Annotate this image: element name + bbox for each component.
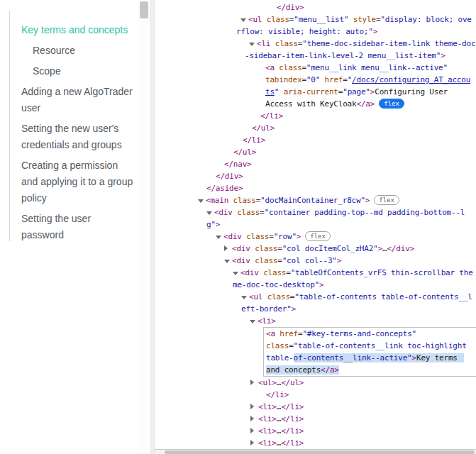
dom-tree-row[interactable]: </nav> — [155, 158, 476, 170]
tag-token: </ul> — [252, 123, 275, 133]
dom-tree-row[interactable]: g"> — [155, 218, 476, 231]
selected-element-box[interactable]: <a href="#key-terms-and-concepts"class="… — [263, 327, 476, 377]
dom-tree-row[interactable]: <ul class="menu__list" style="display: b… — [155, 13, 476, 26]
tag-token: <div — [240, 268, 259, 277]
dom-tree-row[interactable]: </div> — [155, 170, 476, 182]
tag-token: > — [319, 280, 323, 289]
attribute-name: class — [275, 63, 302, 72]
tag-token: > — [337, 256, 341, 265]
flex-badge[interactable]: flex — [379, 99, 404, 109]
tag-token: <li — [257, 39, 270, 48]
page-scrollbar-thumb[interactable] — [140, 1, 148, 18]
dom-tree-row[interactable]: <a href="#key-terms-and-concepts" — [264, 328, 476, 340]
tag-token: <ul> — [258, 378, 277, 387]
toc-item-1[interactable]: Resource — [21, 43, 135, 59]
dom-tree-row[interactable]: <li class="theme-doc-sidebar-item-link t… — [155, 38, 476, 50]
dom-tree-row[interactable]: eft-border"> — [155, 303, 476, 315]
collapse-arrow-icon[interactable] — [198, 194, 206, 206]
dom-tree-row[interactable]: </ul> — [155, 146, 476, 158]
dom-tree-row[interactable]: </div> — [155, 1, 476, 13]
attribute-value: eft-border" — [241, 304, 292, 314]
dom-tree-row[interactable]: me-doc-toc-desktop"> — [155, 279, 476, 291]
dom-tree-row[interactable]: Access with KeyCloak</a>flex — [155, 98, 476, 110]
tag-token: > — [373, 27, 377, 36]
attribute-value: "menu__link menu__link--active" — [306, 63, 448, 72]
tag-token: </li> — [243, 135, 265, 145]
dom-tree-row[interactable]: rflow: visible; height: auto;"> — [155, 26, 476, 38]
collapse-arrow-icon[interactable] — [224, 255, 232, 267]
dom-tree-row[interactable]: <div class="container padding-top--md pa… — [155, 206, 476, 218]
dom-tree-row[interactable]: <main class="docMainContainer_r8cw">flex — [155, 194, 476, 206]
dom-tree-row[interactable]: -sidebar-item-link-level-2 menu__list-it… — [155, 50, 476, 62]
toc-item-3[interactable]: Adding a new AlgoTrader user — [21, 84, 135, 116]
expand-arrow-icon[interactable] — [250, 377, 258, 389]
dom-tree-row[interactable]: <div class="col col--3"> — [155, 255, 476, 267]
toc-list: Key terms and conceptsResourceScopeAddin… — [21, 22, 135, 248]
dom-tree-row[interactable]: </li> — [155, 110, 476, 122]
devtools-hscroll-thumb[interactable] — [165, 450, 475, 454]
docs-toc-sidebar: Key terms and conceptsResourceScopeAddin… — [0, 0, 138, 454]
attribute-value: "menu__list" — [294, 15, 348, 24]
tag-token: > — [292, 304, 296, 314]
dom-tree-row[interactable]: <div class="tableOfContents_vrFS thin-sc… — [155, 267, 476, 279]
dom-tree-row[interactable]: <div class="col docItemCol_zHA2">…</div> — [155, 243, 476, 255]
collapse-arrow-icon[interactable] — [241, 291, 249, 303]
flex-badge[interactable]: flex — [374, 195, 399, 205]
collapse-arrow-icon[interactable] — [250, 315, 258, 327]
tag-token: <li> — [258, 402, 277, 411]
attribute-value: g" — [206, 220, 216, 229]
expand-arrow-icon[interactable] — [250, 425, 258, 437]
tag-token: <div — [232, 256, 250, 265]
tag-token: </li> — [266, 390, 289, 399]
dom-tree-row[interactable]: and concepts</a> — [264, 364, 476, 376]
dom-tree-row[interactable]: <li>…</li> — [155, 425, 476, 437]
toc-item-4[interactable]: Setting the new user's credentials and g… — [21, 121, 135, 153]
devtools-horizontal-scrollbar[interactable] — [155, 449, 476, 454]
tag-token: </li> — [281, 426, 304, 436]
dom-tree-row[interactable]: <div class="row">flex — [155, 231, 476, 243]
dom-tree-row[interactable]: <a class="menu__link menu__link--active" — [155, 62, 476, 74]
dom-tree-row[interactable]: table-of-contents__link--active">Key ter… — [264, 352, 476, 364]
expand-arrow-icon[interactable] — [250, 413, 258, 425]
tag-token: </li> — [281, 414, 304, 423]
dom-tree-row[interactable]: <li>…</li> — [155, 437, 476, 449]
dom-tree-row[interactable]: <ul>…</ul> — [155, 377, 476, 389]
tag-token: </div> — [387, 244, 414, 253]
dom-tree-row[interactable]: ts" aria-current="page">Configuring User — [155, 86, 476, 98]
dom-tree-row[interactable]: </li> — [155, 389, 476, 401]
toc-item-6[interactable]: Setting the user password — [21, 211, 135, 243]
tag-token: <a — [265, 63, 275, 72]
dom-tree-row[interactable]: <li>…</li> — [155, 401, 476, 413]
dom-tree-row[interactable]: </ul> — [155, 122, 476, 134]
expand-arrow-icon[interactable] — [250, 437, 258, 449]
toc-item-5[interactable]: Creating a permission and applying it to… — [21, 157, 135, 206]
collapse-arrow-icon[interactable] — [240, 13, 248, 26]
tag-token: <div — [232, 244, 250, 253]
tag-token: </a> — [356, 99, 375, 109]
collapse-arrow-icon[interactable] — [216, 231, 223, 243]
collapse-arrow-icon[interactable] — [233, 267, 240, 279]
collapse-arrow-icon[interactable] — [249, 38, 257, 50]
tag-token: <li> — [258, 414, 277, 423]
toc-item-0[interactable]: Key terms and concepts — [21, 22, 135, 38]
toc-item-2[interactable]: Scope — [21, 63, 135, 79]
dom-tree-row[interactable]: </aside> — [155, 182, 476, 194]
expand-arrow-icon[interactable] — [250, 401, 258, 413]
collapse-arrow-icon[interactable] — [206, 206, 214, 218]
dom-tree-row[interactable]: </li> — [155, 134, 476, 146]
dom-tree-row[interactable]: <li> — [155, 315, 476, 327]
text-node: Configuring User — [375, 87, 448, 96]
dom-tree-row[interactable]: class="table-of-contents__link toc-highl… — [264, 340, 476, 352]
flex-badge[interactable]: flex — [305, 231, 331, 241]
page-vertical-scrollbar[interactable] — [138, 0, 150, 454]
attribute-link[interactable]: /docs/configuring_AT_accou — [352, 75, 470, 84]
dom-tree-row[interactable]: <li>…</li> — [155, 413, 476, 425]
dom-tree-row[interactable]: <ul class="table-of-contents table-of-co… — [155, 291, 476, 303]
dom-tree-row[interactable]: tabindex="0" href="/docs/configuring_AT_… — [155, 74, 476, 86]
tag-token: > — [297, 232, 301, 241]
expand-arrow-icon[interactable] — [224, 243, 232, 255]
attribute-name: class — [242, 232, 270, 241]
attribute-value: "container padding-top--md padding-botto… — [265, 208, 465, 217]
attribute-link[interactable]: ts — [265, 87, 275, 96]
tag-token: </li> — [281, 438, 304, 448]
